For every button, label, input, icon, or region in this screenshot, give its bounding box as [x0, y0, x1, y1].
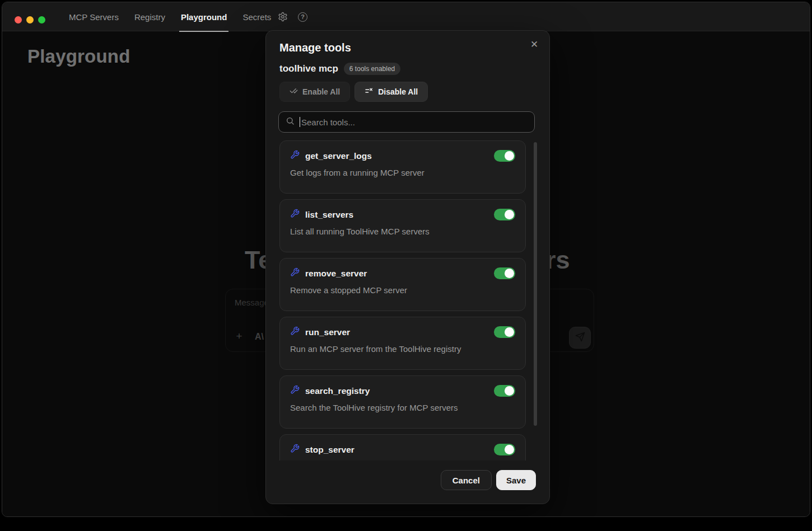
wrench-icon	[290, 209, 300, 220]
nav-tab-playground[interactable]: Playground	[180, 2, 228, 31]
tool-description: List all running ToolHive MCP servers	[290, 227, 515, 236]
tool-description: Run an MCP server from the ToolHive regi…	[290, 344, 515, 354]
search-input[interactable]	[300, 118, 528, 127]
tool-description: Remove a stopped MCP server	[290, 285, 515, 295]
tool-name: remove_server	[305, 269, 488, 279]
titlebar-nav: MCP ServersRegistryPlaygroundSecrets	[68, 2, 272, 31]
close-icon[interactable]: ✕	[528, 37, 541, 51]
tool-card: run_serverRun an MCP server from the Too…	[279, 317, 526, 370]
nav-tab-secrets[interactable]: Secrets	[242, 2, 272, 31]
tool-card: search_registrySearch the ToolHive regis…	[279, 375, 526, 429]
list-x-icon	[365, 87, 374, 97]
wrench-icon	[290, 326, 300, 338]
server-name: toolhive mcp	[279, 63, 338, 74]
tools-list[interactable]: get_server_logsGet logs from a running M…	[279, 140, 537, 460]
cancel-button[interactable]: Cancel	[441, 470, 492, 490]
tools-enabled-badge: 6 tools enabled	[344, 63, 400, 75]
search-icon	[286, 116, 295, 128]
tool-description: Get logs from a running MCP server	[290, 168, 515, 177]
wrench-icon	[290, 150, 300, 162]
tool-toggle[interactable]	[494, 150, 515, 162]
tool-card: stop_server	[279, 434, 526, 460]
nav-tab-mcp-servers[interactable]: MCP Servers	[68, 2, 119, 31]
close-window-button[interactable]	[15, 16, 22, 24]
tool-name: get_server_logs	[305, 151, 488, 161]
wrench-icon	[290, 267, 300, 279]
zoom-window-button[interactable]	[38, 16, 45, 24]
manage-tools-dialog: Manage tools ✕ toolhive mcp 6 tools enab…	[265, 30, 550, 504]
disable-all-button[interactable]: Disable All	[354, 82, 428, 102]
wrench-icon	[290, 444, 300, 455]
tool-toggle[interactable]	[494, 326, 515, 338]
scrollbar-thumb[interactable]	[534, 142, 537, 426]
save-button[interactable]: Save	[496, 470, 536, 490]
nav-tab-registry[interactable]: Registry	[134, 2, 166, 31]
tool-toggle[interactable]	[494, 385, 515, 397]
titlebar: MCP ServersRegistryPlaygroundSecrets ?	[2, 2, 810, 31]
tool-toggle[interactable]	[494, 209, 515, 220]
tool-card: get_server_logsGet logs from a running M…	[279, 140, 526, 194]
gear-icon[interactable]	[278, 12, 288, 22]
tool-name: stop_server	[305, 445, 488, 455]
traffic-lights	[15, 16, 45, 24]
wrench-icon	[290, 385, 300, 397]
dialog-title: Manage tools	[279, 41, 351, 54]
tool-name: run_server	[305, 327, 488, 337]
tool-name: search_registry	[305, 386, 488, 396]
app-window: MCP ServersRegistryPlaygroundSecrets ? P…	[2, 2, 810, 517]
tool-description: Search the ToolHive registry for MCP ser…	[290, 403, 515, 412]
tool-card: list_serversList all running ToolHive MC…	[279, 199, 526, 252]
search-box	[278, 111, 535, 133]
minimize-window-button[interactable]	[26, 16, 34, 24]
help-icon[interactable]: ?	[298, 12, 307, 22]
check-check-icon	[290, 87, 298, 97]
tool-card: remove_serverRemove a stopped MCP server	[279, 258, 526, 311]
tool-toggle[interactable]	[494, 444, 515, 455]
enable-all-button[interactable]: Enable All	[279, 82, 350, 102]
tool-toggle[interactable]	[494, 267, 515, 279]
tool-name: list_servers	[305, 210, 488, 220]
